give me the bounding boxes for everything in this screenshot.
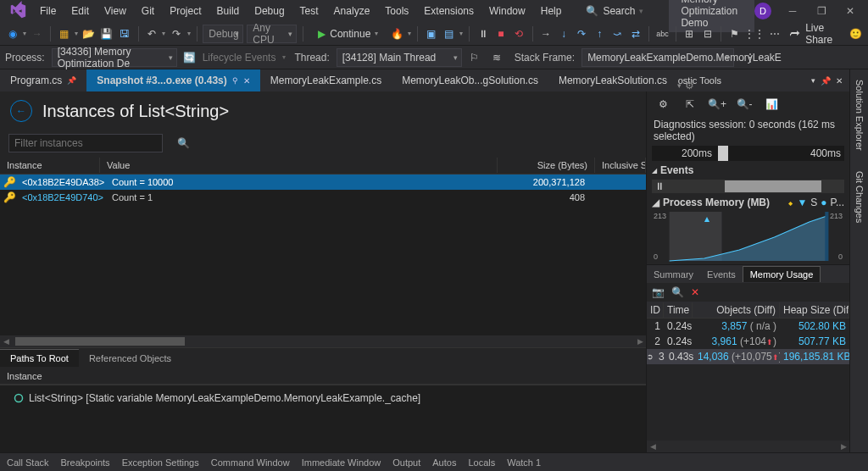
zoom-in-icon[interactable]: 🔍+	[708, 95, 726, 114]
table-row[interactable]: 🔑 <0x18B2E49DA38> Count = 10000 200,371,…	[0, 175, 646, 190]
menu-project[interactable]: Project	[162, 2, 209, 20]
timeline-ruler[interactable]: 200ms 400ms	[652, 146, 844, 161]
tab-summary[interactable]: Summary	[647, 267, 700, 282]
layout-icon-1[interactable]: ⊞	[682, 25, 697, 43]
menu-debug[interactable]: Debug	[247, 2, 292, 20]
menu-window[interactable]: Window	[481, 2, 533, 20]
scroll-right-icon[interactable]: ▶	[634, 335, 646, 347]
delete-icon[interactable]: ✕	[691, 286, 699, 298]
process-dropdown[interactable]: [34336] Memory Optimization De	[52, 48, 177, 67]
rail-git-changes[interactable]: Git Changes	[853, 166, 866, 228]
process-memory-header[interactable]: ◢ Process Memory (MB) ⬥ ▼S ●P...	[647, 195, 849, 210]
restart-icon[interactable]: ⟲	[512, 25, 526, 43]
close-icon[interactable]: ✕	[243, 76, 250, 86]
memory-chart[interactable]: 213 213 0 0	[652, 212, 844, 261]
live-share-button[interactable]: ⮫ Live Share	[785, 22, 845, 46]
lifecycle-icon[interactable]: 🔄	[181, 48, 199, 67]
step-icon-4[interactable]: ⤻	[610, 25, 625, 43]
export-icon[interactable]: ⇱	[681, 95, 699, 114]
tab-memleak-example[interactable]: MemoryLeakExample.cs	[260, 69, 392, 91]
chart-icon[interactable]: 📊	[762, 95, 781, 114]
status-watch1[interactable]: Watch 1	[507, 457, 541, 468]
nav-fwd-icon[interactable]: →	[30, 25, 44, 43]
pin-icon[interactable]: 📌	[67, 76, 76, 85]
tool-icon-2[interactable]: ▤	[442, 25, 456, 43]
tab-referenced-objects[interactable]: Referenced Objects	[79, 350, 181, 367]
tab-events[interactable]: Events	[700, 267, 743, 282]
col-inclusive[interactable]: Inclusive Siz	[595, 158, 646, 173]
redo-icon[interactable]: ↷	[169, 25, 183, 43]
col-time[interactable]: Time	[664, 302, 693, 318]
tab-paths-to-root[interactable]: Paths To Root	[0, 349, 79, 367]
thread-dropdown[interactable]: [34128] Main Thread	[337, 48, 462, 67]
tab-gear-icon[interactable]: ⚙	[685, 80, 694, 91]
platform-dropdown[interactable]: Any CPU	[247, 25, 297, 43]
col-value[interactable]: Value	[100, 158, 498, 173]
feedback-icon[interactable]: 🙂	[849, 25, 863, 43]
table-row[interactable]: 🔑 <0x18B2E49D740> Count = 1 408	[0, 190, 646, 205]
open-icon[interactable]: 📂	[81, 25, 96, 43]
tag-icon[interactable]: abc	[655, 25, 670, 43]
tab-program[interactable]: Program.cs 📌	[0, 69, 86, 91]
close-window-button[interactable]: ✕	[836, 0, 865, 22]
filter-input[interactable]	[8, 134, 163, 152]
menu-extensions[interactable]: Extensions	[416, 2, 481, 20]
menu-test[interactable]: Test	[292, 2, 326, 20]
horizontal-scrollbar[interactable]: ◀ ▶	[0, 335, 646, 347]
scroll-left-icon[interactable]: ◀	[647, 441, 659, 452]
take-snapshot-icon[interactable]: 📷	[652, 286, 665, 298]
undo-icon[interactable]: ↶	[144, 25, 159, 43]
flag-icon[interactable]: ⚐	[465, 48, 484, 67]
new-item-icon[interactable]: ▦	[57, 25, 71, 43]
tab-memleak-ob[interactable]: MemoryLeakOb...gSolution.cs	[392, 69, 548, 91]
scroll-thumb[interactable]	[15, 337, 185, 346]
status-immediate-window[interactable]: Immediate Window	[302, 457, 381, 468]
status-autos[interactable]: Autos	[432, 457, 456, 468]
status-exception-settings[interactable]: Exception Settings	[122, 457, 199, 468]
hot-reload-icon[interactable]: 🔥	[390, 25, 404, 43]
detail-row[interactable]: List<String> [Static variable MemoryLeak…	[7, 389, 639, 407]
menu-help[interactable]: Help	[533, 2, 570, 20]
pin-icon[interactable]: ⚲	[232, 76, 238, 85]
save-all-icon[interactable]: 🖫	[117, 25, 131, 43]
status-breakpoints[interactable]: Breakpoints	[61, 457, 110, 468]
tab-dropdown-icon[interactable]: ▾	[677, 81, 682, 90]
continue-button[interactable]: ▶ Continue ▾	[309, 26, 387, 42]
events-section-header[interactable]: ◢ Events	[647, 163, 849, 178]
zoom-out-icon[interactable]: 🔍-	[735, 95, 754, 114]
menu-view[interactable]: View	[97, 2, 134, 20]
window-pos-icon[interactable]: ▾	[811, 76, 815, 85]
menu-edit[interactable]: Edit	[64, 2, 97, 20]
restore-button[interactable]: ❐	[807, 0, 836, 22]
status-call-stack[interactable]: Call Stack	[7, 457, 49, 468]
menu-git[interactable]: Git	[134, 2, 162, 20]
snapshot-row[interactable]: ➲ 3 0.43s 14,036 (+10,075⬆) 196,185.81 K…	[647, 349, 849, 364]
stackframe-dropdown[interactable]: MemoryLeakExampleDemo.MemoryLeakE	[581, 48, 734, 67]
status-command-window[interactable]: Command Window	[211, 457, 290, 468]
layout-icon-2[interactable]: ⊟	[700, 25, 715, 43]
rail-solution-explorer[interactable]: Solution Explorer	[853, 75, 866, 156]
tab-memory-usage[interactable]: Memory Usage	[743, 266, 821, 282]
snapshot-row[interactable]: 1 0.24s 3,857 ( n/a ) 502.80 KB	[647, 319, 849, 334]
user-avatar[interactable]: D	[754, 3, 771, 19]
gear-icon[interactable]: ⚙	[654, 95, 672, 114]
search-icon[interactable]: 🔍	[177, 137, 190, 149]
tab-snapshot[interactable]: Snapshot #3...o.exe (0.43s) ⚲ ✕	[86, 69, 259, 91]
menu-build[interactable]: Build	[209, 2, 248, 20]
stop-icon[interactable]: ■	[493, 25, 508, 43]
threads-icon[interactable]: ≋	[487, 48, 506, 67]
back-button[interactable]: ←	[10, 100, 32, 122]
menu-file[interactable]: File	[32, 2, 64, 20]
tool-icon-1[interactable]: ▣	[424, 25, 438, 43]
config-dropdown[interactable]: Debug	[203, 25, 243, 43]
bookmark-icon[interactable]: ⚑	[727, 25, 742, 43]
col-heap[interactable]: Heap Size (Diff)	[780, 302, 849, 318]
search-box[interactable]: 🔍 Search ▾	[586, 5, 643, 17]
events-strip[interactable]: ⏸	[652, 180, 844, 193]
scroll-left-icon[interactable]: ◀	[0, 335, 12, 347]
col-size[interactable]: Size (Bytes)	[498, 158, 595, 173]
minimize-button[interactable]: ─	[778, 0, 807, 22]
pause-icon[interactable]: ⏸	[476, 25, 490, 43]
nav-back-icon[interactable]: ◉	[5, 25, 19, 43]
tab-memleak-solution[interactable]: MemoryLeakSolution.cs	[548, 69, 677, 91]
